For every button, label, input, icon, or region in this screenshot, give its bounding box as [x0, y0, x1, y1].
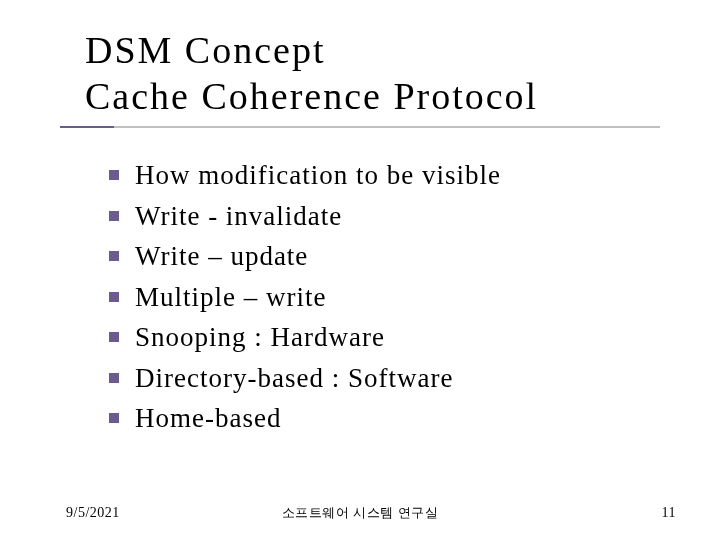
square-bullet-icon: [109, 292, 119, 302]
slide: DSM Concept Cache Coherence Protocol How…: [0, 0, 720, 540]
underline-accent: [60, 126, 114, 128]
footer-page-number: 11: [662, 505, 676, 521]
square-bullet-icon: [109, 413, 119, 423]
bullet-list: How modification to be visible Write - i…: [85, 155, 670, 439]
footer: 9/5/2021 소프트웨어 시스템 연구실 11: [0, 504, 720, 522]
list-item: How modification to be visible: [109, 155, 670, 196]
list-item-text: Snooping : Hardware: [135, 317, 385, 358]
square-bullet-icon: [109, 332, 119, 342]
square-bullet-icon: [109, 251, 119, 261]
list-item-text: How modification to be visible: [135, 155, 501, 196]
footer-date: 9/5/2021: [66, 505, 120, 521]
list-item: Write – update: [109, 236, 670, 277]
list-item-text: Home-based: [135, 398, 281, 439]
title-underline: [60, 126, 660, 129]
title-line-1: DSM Concept: [85, 28, 670, 74]
list-item: Write - invalidate: [109, 196, 670, 237]
list-item-text: Write - invalidate: [135, 196, 342, 237]
list-item: Multiple – write: [109, 277, 670, 318]
list-item-text: Multiple – write: [135, 277, 326, 318]
list-item: Snooping : Hardware: [109, 317, 670, 358]
list-item-text: Write – update: [135, 236, 308, 277]
slide-title: DSM Concept Cache Coherence Protocol: [85, 28, 670, 119]
list-item-text: Directory-based : Software: [135, 358, 453, 399]
square-bullet-icon: [109, 211, 119, 221]
square-bullet-icon: [109, 373, 119, 383]
list-item: Home-based: [109, 398, 670, 439]
underline-gray: [60, 126, 660, 128]
list-item: Directory-based : Software: [109, 358, 670, 399]
square-bullet-icon: [109, 170, 119, 180]
title-line-2: Cache Coherence Protocol: [85, 74, 670, 120]
